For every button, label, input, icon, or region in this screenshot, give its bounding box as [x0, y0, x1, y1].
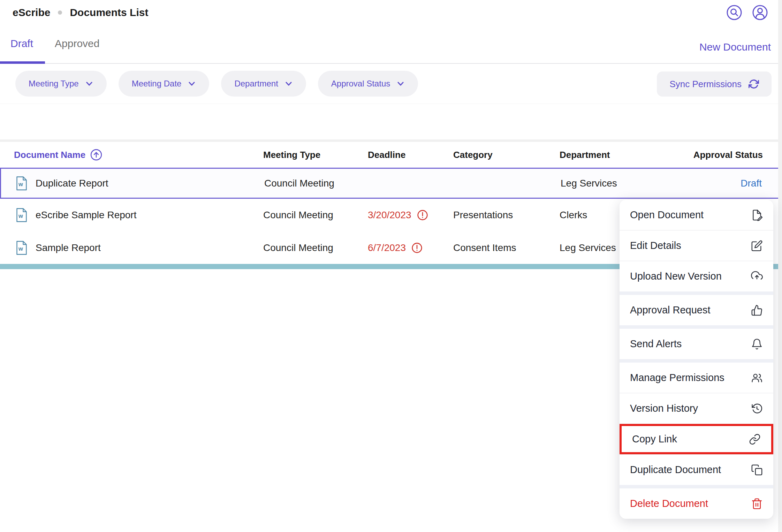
thumbs-up-icon — [751, 304, 763, 316]
breadcrumb-separator-dot — [58, 10, 62, 15]
chevron-down-icon — [188, 79, 196, 88]
department-cell: Leg Services — [561, 178, 617, 189]
column-header-meeting-type[interactable]: Meeting Type — [263, 150, 320, 160]
filter-label: Approval Status — [331, 79, 390, 89]
department-cell: Leg Services — [560, 242, 616, 253]
brand-logo: eScribe — [13, 7, 50, 18]
trash-icon — [751, 498, 763, 510]
menu-item-manage-permissions[interactable]: Manage Permissions — [620, 363, 773, 393]
document-name-cell: w Sample Report — [15, 241, 101, 255]
overdue-warning-icon — [417, 210, 428, 221]
word-document-icon: w — [15, 208, 28, 222]
chevron-down-icon — [284, 79, 293, 88]
table-top-divider — [0, 139, 782, 142]
menu-group-divider — [620, 325, 773, 329]
document-name-cell: w Duplicate Report — [15, 176, 108, 191]
meeting-type-cell: Council Meeting — [264, 178, 334, 189]
tab-draft[interactable]: Draft — [10, 38, 33, 50]
column-header-department[interactable]: Department — [560, 150, 610, 160]
sync-permissions-button[interactable]: Sync Permissions — [657, 71, 772, 97]
menu-item-label: Approval Request — [630, 304, 711, 316]
menu-item-edit-details[interactable]: Edit Details — [620, 230, 773, 261]
menu-item-label: Open Document — [630, 209, 704, 221]
category-cell: Consent Items — [453, 242, 516, 253]
menu-item-label: Delete Document — [630, 498, 708, 509]
user-account-icon[interactable] — [752, 5, 768, 21]
menu-item-label: Duplicate Document — [630, 464, 721, 476]
tab-bar: Draft Approved — [10, 38, 99, 50]
status-badge: Draft — [741, 178, 762, 189]
filter-approval-status[interactable]: Approval Status — [318, 71, 418, 97]
page-title: Documents List — [70, 7, 148, 18]
topbar: eScribe Documents List — [13, 4, 768, 21]
edit-icon — [751, 240, 763, 252]
menu-item-label: Version History — [630, 403, 698, 414]
menu-group-divider — [620, 359, 773, 363]
scrollbar[interactable] — [778, 0, 782, 532]
filter-label: Meeting Type — [29, 79, 79, 89]
filter-label: Meeting Date — [132, 79, 182, 89]
menu-item-label: Send Alerts — [630, 338, 682, 350]
overdue-warning-icon — [411, 242, 423, 253]
menu-item-duplicate-document[interactable]: Duplicate Document — [620, 455, 773, 485]
menu-item-copy-link[interactable]: Copy Link — [620, 424, 773, 454]
row-context-menu: Open Document Edit Details Upload New Ve… — [620, 200, 773, 519]
category-cell: Presentations — [453, 210, 513, 221]
menu-item-delete-document[interactable]: Delete Document — [620, 488, 773, 519]
column-header-category[interactable]: Category — [453, 150, 493, 160]
column-header-approval-status[interactable]: Approval Status — [693, 150, 763, 160]
chevron-down-icon — [85, 79, 93, 88]
menu-group-divider — [620, 291, 773, 295]
sort-ascending-icon — [90, 149, 102, 161]
duplicate-icon — [751, 464, 763, 476]
word-document-icon: w — [15, 176, 28, 191]
menu-item-send-alerts[interactable]: Send Alerts — [620, 329, 773, 359]
menu-group-divider — [620, 485, 773, 488]
svg-text:w: w — [18, 245, 23, 251]
svg-text:w: w — [18, 213, 23, 219]
column-header-deadline[interactable]: Deadline — [368, 150, 405, 160]
filter-label: Department — [234, 79, 278, 89]
department-cell: Clerks — [560, 210, 587, 221]
upload-cloud-icon — [751, 271, 763, 282]
sync-permissions-label: Sync Permissions — [669, 79, 742, 90]
active-tab-indicator — [0, 61, 45, 64]
link-icon — [749, 433, 761, 445]
svg-text:w: w — [18, 181, 23, 187]
menu-item-label: Edit Details — [630, 240, 681, 251]
tabs-divider — [0, 63, 782, 64]
deadline-cell: 3/20/2023 — [368, 210, 428, 221]
menu-item-label: Upload New Version — [630, 271, 722, 282]
menu-item-label: Copy Link — [632, 433, 677, 445]
open-document-icon — [751, 209, 763, 221]
filter-bar: Meeting Type Meeting Date Department App… — [15, 71, 418, 97]
new-document-button[interactable]: New Document — [699, 41, 771, 53]
chevron-down-icon — [396, 79, 405, 88]
meeting-type-cell: Council Meeting — [263, 242, 333, 253]
column-header-document-name[interactable]: Document Name — [14, 149, 102, 161]
menu-item-label: Manage Permissions — [630, 372, 724, 383]
document-name-cell: w eScribe Sample Report — [15, 208, 136, 222]
search-icon[interactable] — [726, 5, 742, 21]
meeting-type-cell: Council Meeting — [263, 210, 333, 221]
sync-refresh-icon — [749, 79, 759, 89]
section-divider — [0, 104, 782, 104]
menu-item-open-document[interactable]: Open Document — [620, 200, 773, 230]
menu-item-version-history[interactable]: Version History — [620, 393, 773, 424]
bell-icon — [751, 338, 763, 350]
table-header: Document Name Meeting Type Deadline Cate… — [0, 142, 782, 168]
table-row-duplicate-report[interactable]: w Duplicate Report Council Meeting Leg S… — [0, 168, 782, 199]
filter-meeting-type[interactable]: Meeting Type — [15, 71, 107, 97]
word-document-icon: w — [15, 241, 28, 255]
deadline-cell: 6/7/2023 — [368, 242, 423, 253]
tab-approved[interactable]: Approved — [55, 38, 99, 50]
menu-item-upload-new-version[interactable]: Upload New Version — [620, 261, 773, 291]
menu-item-approval-request[interactable]: Approval Request — [620, 295, 773, 325]
history-icon — [751, 403, 763, 415]
filter-meeting-date[interactable]: Meeting Date — [119, 71, 210, 97]
people-icon — [751, 372, 763, 384]
filter-department[interactable]: Department — [221, 71, 306, 97]
